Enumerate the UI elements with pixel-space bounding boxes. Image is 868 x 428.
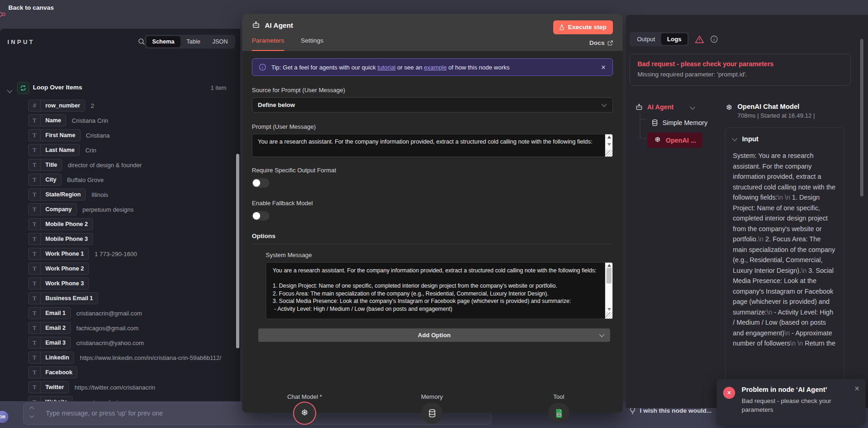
schema-field-pill[interactable]: T Linkedin	[28, 352, 74, 364]
scrollbar-thumb[interactable]	[236, 154, 239, 348]
schema-field-row[interactable]: T Email 1 cristianacrin@gmail.com	[28, 306, 240, 321]
log-input-section-header[interactable]: Input	[733, 135, 837, 143]
system-message-textarea[interactable]: You are a research assistant. For the co…	[266, 262, 613, 319]
schema-field-row[interactable]: T Business Email 1	[28, 291, 240, 306]
logs-panel-scrollbar[interactable]	[860, 39, 863, 196]
field-type-icon: T	[29, 263, 41, 274]
schema-field-pill[interactable]: T Mobile Phone 3	[28, 233, 93, 245]
prompt-textarea[interactable]: You are a research assistant. For the co…	[252, 134, 613, 157]
field-name: First Name	[41, 130, 80, 141]
schema-field-row[interactable]: T Mobile Phone 2	[28, 217, 240, 232]
schema-field-row[interactable]: T Company perpetuum designs	[28, 202, 240, 217]
tutorial-link[interactable]: tutorial	[377, 64, 395, 71]
tab-settings[interactable]: Settings	[301, 37, 324, 51]
field-type-icon: T	[29, 397, 41, 401]
tab-table[interactable]: Table	[181, 36, 206, 47]
schema-field-row[interactable]: T Work Phone 2	[28, 261, 240, 276]
tab-output[interactable]: Output	[631, 33, 661, 45]
schema-field-row[interactable]: T Website perpetuumdesigns.com	[28, 395, 240, 401]
warning-icon[interactable]	[695, 35, 704, 44]
schema-field-row[interactable]: T Linkedin https://www.linkedin.com/in/c…	[28, 350, 240, 365]
memory-endpoint[interactable]	[421, 403, 443, 424]
schema-field-row[interactable]: T Email 2 fachicagos@gmail.com	[28, 321, 240, 335]
chat-history-arrows[interactable]	[30, 407, 33, 417]
schema-field-row[interactable]: T Facebook	[28, 365, 240, 380]
schema-field-pill[interactable]: T Website	[28, 396, 73, 401]
close-icon[interactable]: ✕	[601, 64, 606, 71]
fallback-toggle[interactable]	[252, 211, 269, 220]
tree-item-openai[interactable]: OpenAI ...	[647, 132, 702, 148]
schema-field-pill[interactable]: T First Name	[28, 129, 81, 141]
search-icon[interactable]	[138, 38, 145, 45]
openai-icon	[300, 409, 309, 418]
tree-item-ai-agent[interactable]: AI Agent	[635, 100, 723, 114]
chevron-down-icon[interactable]	[8, 86, 12, 94]
schema-field-pill[interactable]: T State/Region	[28, 189, 86, 201]
source-prompt-select[interactable]: Define below	[252, 97, 613, 113]
schema-field-row[interactable]: T Last Name Crin	[28, 143, 240, 157]
schema-field-pill[interactable]: T Facebook	[28, 366, 77, 378]
tab-parameters[interactable]: Parameters	[252, 37, 284, 51]
schema-field-row[interactable]: T Email 3 cristianacrin@yahoo.com	[28, 335, 240, 350]
example-link[interactable]: example	[424, 64, 447, 71]
schema-field-row[interactable]: T First Name Cristiana	[28, 128, 240, 143]
flask-icon	[559, 24, 565, 31]
schema-field-row[interactable]: # row_number 2	[28, 98, 240, 113]
field-name: State/Region	[41, 189, 85, 200]
input-panel-scrollbar[interactable]	[236, 80, 239, 399]
resize-grip-icon[interactable]	[606, 312, 612, 319]
loop-node-icon[interactable]	[17, 82, 29, 94]
schema-field-pill[interactable]: T Name	[28, 114, 66, 126]
schema-field-pill[interactable]: # row_number	[28, 100, 85, 112]
tab-logs[interactable]: Logs	[661, 33, 687, 45]
schema-field-pill[interactable]: T Last Name	[28, 144, 80, 156]
resize-grip-icon[interactable]	[606, 150, 612, 157]
schema-field-pill[interactable]: T Twitter	[28, 381, 69, 393]
schema-field-pill[interactable]: T Email 1	[28, 307, 71, 319]
schema-field-pill[interactable]: T City	[28, 174, 62, 186]
schema-field-pill[interactable]: T Email 2	[28, 322, 71, 334]
avatar[interactable]: OB	[0, 411, 8, 423]
tab-schema[interactable]: Schema	[146, 36, 181, 47]
chat-model-endpoint[interactable]	[294, 403, 315, 424]
schema-field-pill[interactable]: T Mobile Phone 2	[28, 218, 93, 230]
tree-item-simple-memory[interactable]: Simple Memory	[651, 117, 723, 129]
robot-icon	[252, 21, 260, 29]
schema-field-row[interactable]: T Twitter https://twitter.com/cristianac…	[28, 380, 240, 395]
field-type-icon: T	[29, 115, 41, 126]
back-to-canvas-link[interactable]: Back to canvas	[8, 4, 54, 11]
schema-field-pill[interactable]: T Company	[28, 203, 77, 215]
schema-field-row[interactable]: T Name Cristiana Crin	[28, 113, 240, 128]
schema-field-row[interactable]: T State/Region Illinois	[28, 187, 240, 202]
tab-json[interactable]: JSON	[206, 36, 234, 47]
field-value: perpetuum designs	[82, 206, 134, 213]
chevron-down-icon[interactable]	[690, 104, 695, 109]
schema-field-row[interactable]: T Mobile Phone 3	[28, 232, 240, 246]
schema-field-pill[interactable]: T Work Phone 1	[28, 248, 89, 260]
schema-field-pill[interactable]: T Work Phone 3	[28, 277, 89, 290]
chevron-down-icon	[601, 101, 606, 107]
execute-step-button[interactable]: Execute step	[553, 20, 613, 34]
source-node-row[interactable]: Loop Over Items 1 item	[0, 82, 240, 94]
field-type-icon: T	[29, 130, 41, 141]
textarea-scrollbar[interactable]	[605, 134, 612, 157]
textarea-scrollbar[interactable]	[605, 263, 612, 319]
schema-field-row[interactable]: T City Buffalo Grove	[28, 172, 240, 187]
require-output-toggle[interactable]	[252, 178, 269, 188]
info-icon[interactable]	[710, 35, 718, 43]
schema-field-pill[interactable]: T Email 3	[28, 337, 71, 349]
add-option-button[interactable]: Add Option	[258, 328, 610, 342]
field-name: Mobile Phone 3	[41, 233, 93, 245]
schema-field-pill[interactable]: T Business Email 1	[28, 292, 98, 304]
schema-field-pill[interactable]: T Title	[28, 159, 62, 171]
schema-field-row[interactable]: T Title director of design & founder	[28, 157, 240, 172]
docs-link[interactable]: Docs	[589, 39, 613, 46]
schema-field-pill[interactable]: T Work Phone 2	[28, 263, 89, 275]
tool-endpoint[interactable]	[548, 403, 569, 424]
openai-icon	[725, 104, 733, 119]
schema-field-row[interactable]: T Work Phone 1 1 773-290-1600	[28, 246, 240, 261]
item-count: 1 item	[211, 85, 226, 91]
schema-field-row[interactable]: T Work Phone 3	[28, 276, 240, 291]
field-value: Cristiana Crin	[72, 117, 108, 124]
close-icon[interactable]: ✕	[854, 385, 860, 392]
